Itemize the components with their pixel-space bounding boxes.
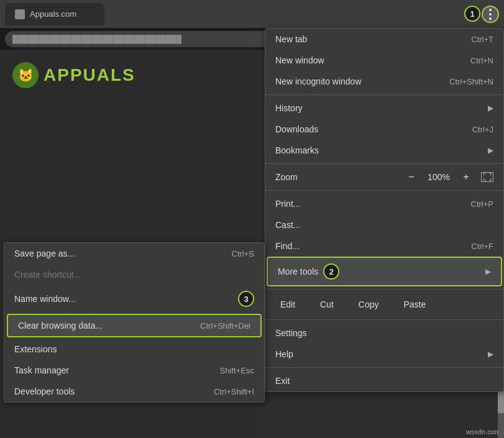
menu-item-cast[interactable]: Cast...	[265, 214, 503, 235]
submenu-shortcut-developer-tools: Ctrl+Shift+I	[214, 387, 254, 396]
submenu-label-create-shortcut: Create shortcut...	[14, 270, 81, 280]
cut-button[interactable]: Cut	[308, 296, 346, 313]
browser-top-bar: Appuals.com 1	[0, 0, 504, 28]
copy-button[interactable]: Copy	[346, 296, 392, 313]
menu-label-history: History	[275, 103, 303, 113]
edit-row: Edit Cut Copy Paste	[270, 292, 498, 317]
menu-item-history[interactable]: History ▶	[265, 98, 503, 119]
submenu-shortcut-task-manager: Shift+Esc	[220, 366, 254, 375]
menu-item-new-window[interactable]: New window Ctrl+N	[265, 50, 503, 71]
menu-item-find[interactable]: Find... Ctrl+F	[265, 235, 503, 257]
menu-shortcut-print: Ctrl+P	[471, 199, 493, 209]
chrome-main-menu: New tab Ctrl+T New window Ctrl+N New inc…	[265, 28, 504, 392]
history-arrow-icon: ▶	[488, 104, 493, 112]
menu-shortcut-incognito: Ctrl+Shift+N	[449, 77, 493, 86]
submenu-item-create-shortcut: Create shortcut...	[4, 264, 264, 285]
divider-2	[265, 163, 503, 164]
menu-label-new-window: New window	[275, 55, 324, 65]
tab-bar: Appuals.com	[5, 3, 499, 25]
appuals-logo-text: APPUALS	[44, 65, 135, 85]
more-tools-submenu: Save page as... Ctrl+S Create shortcut..…	[4, 242, 265, 403]
menu-label-settings: Settings	[275, 328, 307, 338]
paste-button[interactable]: Paste	[391, 296, 438, 313]
submenu-item-clear-browsing[interactable]: Clear browsing data... Ctrl+Shift+Del	[7, 314, 262, 337]
menu-item-settings[interactable]: Settings	[265, 322, 503, 344]
menu-item-downloads[interactable]: Downloads Ctrl+J	[265, 119, 503, 140]
submenu-label-extensions: Extensions	[14, 344, 57, 354]
menu-shortcut-downloads: Ctrl+J	[472, 125, 493, 134]
menu-label-downloads: Downloads	[275, 124, 318, 134]
appuals-logo: 🐱 APPUALS	[12, 62, 135, 88]
divider-4	[265, 289, 503, 290]
divider-3	[265, 190, 503, 191]
menu-label-bookmarks: Bookmarks	[275, 145, 319, 155]
submenu-item-developer-tools[interactable]: Developer tools Ctrl+Shift+I	[4, 381, 264, 402]
submenu-shortcut-clear-browsing: Ctrl+Shift+Del	[200, 321, 250, 331]
menu-item-print[interactable]: Print... Ctrl+P	[265, 193, 503, 214]
menu-item-new-tab[interactable]: New tab Ctrl+T	[265, 29, 503, 50]
menu-label-help: Help	[275, 349, 293, 359]
submenu-label-task-manager: Task manager	[14, 365, 69, 375]
more-tools-arrow-icon: ▶	[485, 267, 491, 276]
menu-item-more-tools[interactable]: More tools 2 ▶	[267, 257, 502, 286]
divider-5	[265, 319, 503, 320]
tab-favicon	[15, 9, 25, 19]
edit-label: Edit	[270, 296, 308, 313]
submenu-item-save-page[interactable]: Save page as... Ctrl+S	[4, 243, 264, 264]
menu-label-find: Find...	[275, 241, 300, 251]
menu-label-more-tools: More tools	[278, 267, 318, 276]
zoom-minus-button[interactable]: −	[404, 171, 419, 183]
menu-item-new-incognito[interactable]: New incognito window Ctrl+Shift+N	[265, 71, 503, 92]
step-3-badge: 3	[238, 291, 254, 307]
submenu-label-developer-tools: Developer tools	[14, 386, 75, 396]
menu-item-bookmarks[interactable]: Bookmarks ▶	[265, 140, 503, 161]
menu-label-incognito: New incognito window	[275, 76, 362, 86]
appuals-logo-icon: 🐱	[12, 62, 39, 88]
submenu-item-extensions[interactable]: Extensions	[4, 339, 264, 360]
menu-label-new-tab: New tab	[275, 34, 307, 44]
submenu-label-clear-browsing: Clear browsing data...	[18, 321, 103, 331]
menu-label-print: Print...	[275, 199, 300, 209]
watermark: wsxdn.com	[466, 428, 500, 436]
submenu-item-name-window[interactable]: Name window... 3	[4, 285, 264, 313]
menu-label-cast: Cast...	[275, 220, 300, 230]
zoom-label: Zoom	[275, 172, 404, 182]
submenu-item-task-manager[interactable]: Task manager Shift+Esc	[4, 360, 264, 381]
help-arrow-icon: ▶	[488, 350, 493, 358]
submenu-label-name-window: Name window...	[14, 294, 76, 304]
menu-item-help[interactable]: Help ▶	[265, 344, 503, 365]
omnibox-text: ████████████████████████████████	[12, 35, 181, 43]
tab-title: Appuals.com	[30, 9, 94, 19]
more-options-button[interactable]	[482, 6, 499, 23]
menu-item-exit[interactable]: Exit	[265, 370, 503, 391]
submenu-shortcut-save-page: Ctrl+S	[232, 249, 254, 258]
menu-label-exit: Exit	[275, 376, 290, 386]
step-1-badge: 1	[464, 6, 480, 22]
active-tab[interactable]: Appuals.com	[5, 3, 104, 25]
zoom-controls: − 100% + ⛶	[404, 171, 493, 183]
zoom-fullscreen-button[interactable]: ⛶	[481, 172, 493, 182]
menu-shortcut-find: Ctrl+F	[471, 242, 493, 251]
zoom-value-display: 100%	[426, 172, 451, 182]
divider-1	[265, 94, 503, 95]
zoom-plus-button[interactable]: +	[459, 171, 474, 183]
bookmarks-arrow-icon: ▶	[488, 146, 493, 155]
menu-shortcut-new-window: Ctrl+N	[470, 56, 493, 65]
menu-shortcut-new-tab: Ctrl+T	[471, 35, 493, 44]
zoom-control-row: Zoom − 100% + ⛶	[265, 167, 503, 188]
divider-6	[265, 367, 503, 368]
three-dots-icon	[489, 9, 492, 20]
step-2-badge: 2	[323, 263, 339, 280]
submenu-label-save-page: Save page as...	[14, 249, 75, 258]
